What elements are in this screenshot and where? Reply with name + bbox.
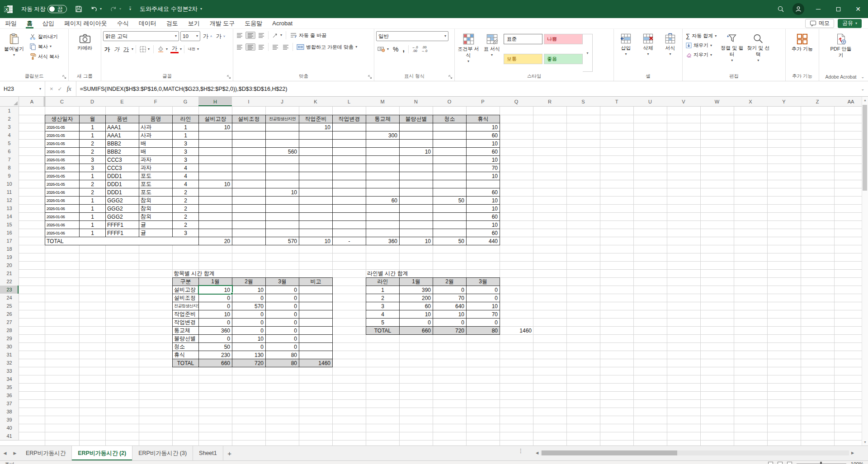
main-table-header[interactable]: 전공정생산지연 [265, 115, 299, 123]
item-summary-label[interactable]: 설비조정 [172, 294, 199, 302]
undo-caret-icon[interactable]: ▾ [100, 7, 102, 11]
row-header-8[interactable]: 8 [0, 164, 19, 172]
main-table-value[interactable] [299, 180, 333, 188]
view-page-break-icon[interactable] [787, 462, 792, 464]
row-header-31[interactable]: 31 [0, 351, 19, 359]
main-table-value[interactable] [399, 155, 433, 164]
main-table-part-name[interactable]: 배 [139, 147, 173, 156]
main-table-value[interactable] [366, 123, 400, 131]
style-gallery-more-button[interactable]: ▾ [583, 34, 593, 72]
main-table-value[interactable] [299, 131, 333, 140]
main-table-value[interactable] [299, 229, 333, 237]
main-table-value[interactable] [265, 196, 299, 205]
main-table-header[interactable]: 생산일자 [45, 115, 80, 123]
item-summary-label[interactable]: 작업변경 [172, 318, 199, 327]
main-table-value[interactable] [332, 131, 366, 140]
row-header-13[interactable]: 13 [0, 204, 19, 213]
window-close-button[interactable]: ✕ [848, 0, 868, 18]
main-table-header[interactable]: 라인 [172, 115, 199, 123]
item-summary-note[interactable] [299, 342, 333, 351]
main-table-header[interactable]: 작업준비 [299, 115, 333, 123]
main-table-value[interactable] [232, 155, 266, 164]
main-table-value[interactable] [265, 139, 299, 148]
main-table-value[interactable]: 60 [466, 229, 500, 237]
item-summary-total-value[interactable]: 80 [265, 359, 299, 367]
main-table-value[interactable] [366, 229, 400, 237]
insert-cells-button[interactable]: 삽입▾ [616, 31, 636, 72]
increase-decimal-button[interactable]: ←.0.00 [411, 46, 419, 53]
main-table-value[interactable] [299, 172, 333, 180]
main-table-value[interactable] [433, 204, 467, 213]
main-table-value[interactable]: 10 [265, 188, 299, 197]
share-button[interactable]: 공유▾ [838, 19, 862, 28]
main-table-value[interactable] [299, 155, 333, 164]
main-table-value[interactable] [366, 164, 400, 172]
main-table-part-no[interactable]: AAA1 [105, 123, 139, 131]
sheet-tab-ERP비가동시간[interactable]: ERP비가동시간 [20, 446, 72, 460]
main-table-value[interactable] [332, 147, 366, 156]
main-table-value[interactable] [198, 229, 232, 237]
main-table-value[interactable] [265, 172, 299, 180]
main-table-value[interactable] [332, 196, 366, 205]
main-table-value[interactable] [198, 131, 232, 140]
italic-button[interactable]: 가 [113, 46, 121, 52]
main-table-value[interactable] [198, 164, 232, 172]
main-table-value[interactable] [399, 196, 433, 205]
scroll-down-icon[interactable]: ▼ [863, 441, 867, 445]
column-header-E[interactable]: E [105, 97, 139, 107]
row-header-3[interactable]: 3 [0, 123, 19, 131]
main-table-value[interactable] [232, 123, 266, 131]
main-table-value[interactable] [399, 164, 433, 172]
find-select-button[interactable]: 찾기 및 선택▾ [746, 31, 770, 72]
main-table-value[interactable]: 10 [466, 172, 500, 180]
main-table-total-value[interactable]: 10 [399, 237, 433, 245]
line-summary-value[interactable]: 70 [466, 310, 500, 319]
ribbon-tab-검토[interactable]: 검토 [161, 18, 183, 28]
line-summary-value[interactable]: 60 [399, 302, 433, 310]
main-table-month[interactable]: 1 [79, 212, 106, 221]
line-summary-value[interactable]: 0 [399, 318, 433, 327]
line-summary-value[interactable]: 390 [399, 286, 433, 294]
item-summary-value[interactable]: 0 [198, 334, 232, 343]
copy-button[interactable]: 복사▾ [28, 42, 61, 51]
item-summary-grand-total[interactable]: 1460 [299, 359, 333, 367]
scroll-up-icon[interactable]: ▲ [863, 97, 867, 102]
item-summary-header[interactable]: 비고 [299, 277, 333, 286]
main-table-part-no[interactable]: DDD1 [105, 188, 139, 197]
main-table-header[interactable]: 통교체 [366, 115, 400, 123]
main-table-value[interactable] [232, 196, 266, 205]
main-table-header[interactable]: 설비조정 [232, 115, 266, 123]
sheet-nav-next-icon[interactable]: ▶ [10, 446, 20, 460]
main-table-line[interactable]: 3 [172, 155, 199, 164]
main-table-month[interactable]: 1 [79, 172, 106, 180]
main-table-part-no[interactable]: CCC3 [105, 155, 139, 164]
main-table-value[interactable]: 60 [466, 212, 500, 221]
item-summary-value[interactable]: 50 [198, 342, 232, 351]
row-header-27[interactable]: 27 [0, 318, 19, 327]
main-table-value[interactable] [399, 131, 433, 140]
line-summary-header[interactable]: 2월 [433, 277, 467, 286]
row-header-19[interactable]: 19 [0, 253, 19, 262]
item-summary-note[interactable] [299, 351, 333, 359]
line-summary-value[interactable]: 10 [466, 302, 500, 310]
main-table-line[interactable]: 1 [172, 123, 199, 131]
item-summary-value[interactable]: 0 [232, 342, 266, 351]
main-table-value[interactable] [332, 180, 366, 188]
collapse-ribbon-icon[interactable]: ⌄ [861, 75, 864, 79]
column-header-T[interactable]: T [600, 97, 634, 107]
ribbon-tab-삽입[interactable]: 삽입 [38, 18, 59, 28]
main-table-part-no[interactable]: DDD1 [105, 172, 139, 180]
ribbon-tab-개발 도구[interactable]: 개발 도구 [205, 18, 240, 28]
row-header-18[interactable]: 18 [0, 245, 19, 253]
view-page-layout-icon[interactable] [778, 462, 783, 464]
item-summary-label[interactable]: 청소 [172, 342, 199, 351]
align-center-button[interactable] [245, 43, 255, 51]
main-table-total-value[interactable]: 10 [299, 237, 333, 245]
underline-button[interactable]: 가 [122, 46, 130, 52]
column-header-P[interactable]: P [466, 97, 500, 107]
item-summary-value[interactable]: 0 [265, 318, 299, 327]
main-table-date[interactable]: 2026-01-05 [45, 155, 80, 164]
main-table-part-no[interactable]: GGG2 [105, 204, 139, 213]
main-table-value[interactable] [265, 180, 299, 188]
main-table-header[interactable]: 설비고장 [198, 115, 232, 123]
